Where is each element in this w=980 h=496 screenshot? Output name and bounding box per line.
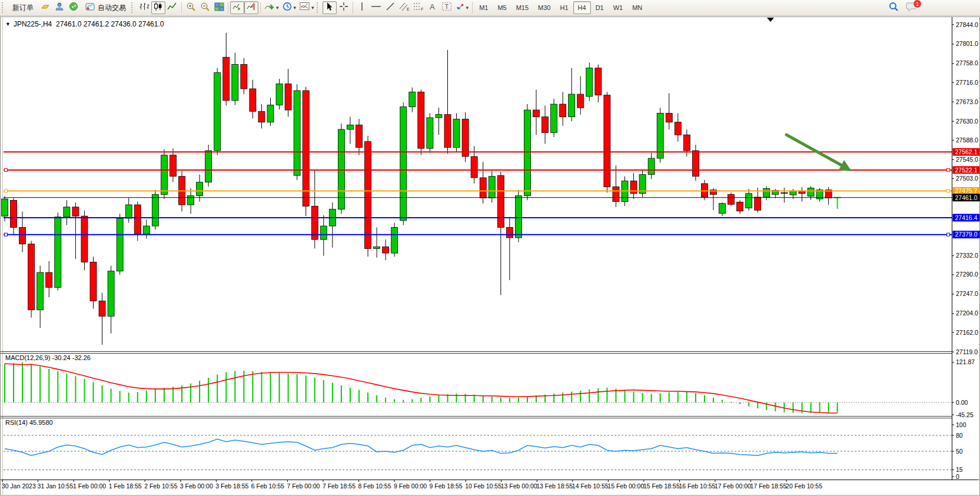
timeframe-button-d1[interactable]: D1 xyxy=(591,1,609,14)
zoom-in-button[interactable] xyxy=(184,1,198,14)
chart-shift-button[interactable] xyxy=(244,1,258,14)
svg-text:121.87: 121.87 xyxy=(956,358,975,365)
trader-accounts-button[interactable] xyxy=(52,1,67,14)
timeframe-button-mn[interactable]: MN xyxy=(627,1,647,14)
line-chart-button[interactable] xyxy=(165,1,180,14)
timeframe-button-m15[interactable]: M15 xyxy=(511,1,533,14)
auto-scroll-button[interactable] xyxy=(230,1,244,14)
chevron-down-icon[interactable]: ▾ xyxy=(466,5,469,11)
periods-button[interactable]: ▾ xyxy=(281,1,298,14)
svg-text:27673.0: 27673.0 xyxy=(956,98,978,105)
toolbar-grip[interactable] xyxy=(317,2,321,13)
svg-text:27162.0: 27162.0 xyxy=(956,329,978,336)
candle-body xyxy=(427,118,433,148)
svg-text:50: 50 xyxy=(956,448,963,455)
svg-text:27204.0: 27204.0 xyxy=(956,309,978,317)
level-handle[interactable] xyxy=(947,189,950,192)
level-handle[interactable] xyxy=(5,233,8,236)
chevron-down-icon[interactable]: ▾ xyxy=(276,5,279,11)
chart-title: ▼JPN225-,H4 27461.0 27461.2 27436.0 2746… xyxy=(5,20,164,28)
svg-text:27758.0: 27758.0 xyxy=(956,59,978,66)
search-icon xyxy=(888,1,899,14)
level-handle[interactable] xyxy=(5,168,8,171)
timeframe-button-m5[interactable]: M5 xyxy=(493,1,511,14)
market-signal-button[interactable] xyxy=(67,1,81,14)
candle-body xyxy=(737,202,743,211)
chevron-down-icon[interactable]: ▾ xyxy=(294,5,297,11)
vertical-line-icon xyxy=(358,2,366,14)
toolbar-separator xyxy=(228,2,228,14)
bar-chart-button[interactable] xyxy=(137,1,151,14)
timeframe-button-m30[interactable]: M30 xyxy=(533,1,555,14)
zoom-out-button[interactable] xyxy=(198,1,212,14)
price-tag-27461.0: 27461.0 xyxy=(953,194,980,201)
trendline-button[interactable] xyxy=(383,1,397,14)
price-tag-27416.4: 27416.4 xyxy=(953,214,980,221)
fibonacci-button[interactable]: F xyxy=(411,1,426,14)
crosshair-icon xyxy=(339,2,348,14)
zoom-out-icon xyxy=(200,2,210,14)
autotrading-button[interactable]: 自动交易 xyxy=(81,1,131,14)
svg-text:A: A xyxy=(430,2,435,11)
chart-collapse-icon[interactable]: ▼ xyxy=(5,21,11,27)
svg-text:E: E xyxy=(407,7,410,11)
horizontal-line-button[interactable] xyxy=(369,1,383,14)
svg-text:2 Feb 10:55: 2 Feb 10:55 xyxy=(144,482,177,490)
arrows-button[interactable]: ▾ xyxy=(454,1,471,14)
svg-text:27475.7: 27475.7 xyxy=(955,187,978,194)
crosshair-button[interactable] xyxy=(337,1,351,14)
svg-text:27716.0: 27716.0 xyxy=(956,79,978,86)
candle-body xyxy=(489,177,495,198)
chat-button[interactable]: 1 xyxy=(904,1,919,14)
vertical-line-button[interactable] xyxy=(355,1,369,14)
svg-text:27290.0: 27290.0 xyxy=(956,271,978,278)
candle-body xyxy=(64,207,70,217)
text-label-button[interactable]: T xyxy=(440,1,454,14)
autotrading-label: 自动交易 xyxy=(98,3,126,13)
toolbar-grip[interactable] xyxy=(2,2,6,13)
candle-body xyxy=(436,115,442,118)
level-handle[interactable] xyxy=(5,189,8,192)
cursor-button[interactable] xyxy=(323,1,337,14)
equidistant-channel-button[interactable]: E xyxy=(397,1,411,14)
timeframe-button-w1[interactable]: W1 xyxy=(609,1,628,14)
timeframe-button-m1[interactable]: M1 xyxy=(474,1,493,14)
svg-text:10 Feb 10:55: 10 Feb 10:55 xyxy=(465,482,501,490)
tile-windows-button[interactable] xyxy=(212,1,226,14)
svg-text:27379.0: 27379.0 xyxy=(955,231,978,238)
timeframe-button-h1[interactable]: H1 xyxy=(556,1,573,14)
chevron-down-icon[interactable]: ▾ xyxy=(311,5,314,11)
indicators-button[interactable]: ▾ xyxy=(263,1,281,14)
level-handle[interactable] xyxy=(947,233,950,236)
equidistant-channel-icon: E xyxy=(399,2,410,14)
toolbar-grip[interactable] xyxy=(131,2,135,13)
chart-canvas[interactable]: 27844.027801.027758.027716.027673.027630… xyxy=(0,0,980,496)
candle-body xyxy=(134,205,141,234)
chart-background xyxy=(0,16,980,496)
indicators-icon xyxy=(264,2,275,14)
svg-text:13 Feb 18:55: 13 Feb 18:55 xyxy=(536,482,573,490)
candlestick-chart-button[interactable] xyxy=(151,1,165,14)
candle-body xyxy=(81,216,88,262)
templates-button[interactable]: ▾ xyxy=(298,1,316,14)
candle-body xyxy=(170,155,176,177)
rsi-indicator-label: RSI(14) 45.9580 xyxy=(5,419,53,426)
candle-body xyxy=(383,247,389,253)
candle-body xyxy=(746,194,752,208)
svg-text:27461.0: 27461.0 xyxy=(955,194,978,201)
chart-shift-icon xyxy=(246,2,257,14)
candle-body xyxy=(267,105,274,122)
search-button[interactable] xyxy=(886,1,901,14)
svg-text:16 Feb 10:55: 16 Feb 10:55 xyxy=(679,482,715,490)
timeframe-button-h4[interactable]: H4 xyxy=(573,1,591,14)
candle-body xyxy=(223,57,230,101)
svg-text:9 Feb 18:55: 9 Feb 18:55 xyxy=(430,482,463,490)
gold-ingot-button[interactable] xyxy=(38,1,52,14)
new-order-button[interactable]: 新订单 xyxy=(8,1,38,14)
auto-scroll-icon xyxy=(232,2,242,14)
text-button[interactable]: A xyxy=(426,1,440,14)
svg-text:27562.1: 27562.1 xyxy=(955,148,978,155)
notification-badge: 1 xyxy=(913,0,922,8)
level-handle[interactable] xyxy=(947,168,950,171)
svg-text:13 Feb 00:00: 13 Feb 00:00 xyxy=(501,482,537,490)
